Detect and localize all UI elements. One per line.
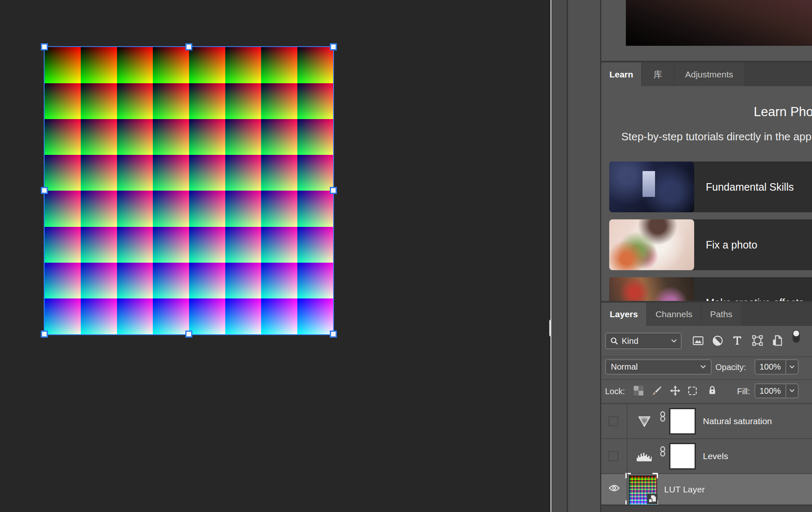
layers-panel-footer xyxy=(601,505,812,512)
adjustment-layer-filter-icon[interactable] xyxy=(712,335,723,346)
kind-dropdown-value: Kind xyxy=(622,336,638,346)
eye-column-divider xyxy=(627,404,628,505)
tutorial-card-clip-region: Make creative effects xyxy=(601,277,812,301)
shape-layer-filter-icon[interactable] xyxy=(752,335,763,346)
panel-preview-image xyxy=(626,0,812,46)
search-icon xyxy=(610,337,618,345)
blend-mode-dropdown[interactable]: Normal xyxy=(605,359,712,375)
chevron-down-icon xyxy=(700,365,706,369)
tutorial-card-title: Fix a photo xyxy=(706,219,757,270)
fill-dropdown-chevron[interactable] xyxy=(785,384,798,398)
tab-libraries[interactable]: 库 xyxy=(642,62,674,86)
thumbnail-bracket xyxy=(653,473,658,478)
panel-dock-gutter-2 xyxy=(568,0,600,512)
tutorial-card-image xyxy=(609,277,694,301)
tab-layers[interactable]: Layers xyxy=(601,303,646,326)
fill-field[interactable]: 100% xyxy=(755,383,799,398)
tab-channels[interactable]: Channels xyxy=(647,303,701,326)
panel-dock-gutter xyxy=(551,0,567,512)
type-layer-filter-icon[interactable] xyxy=(732,335,743,346)
layer-name: Natural saturation xyxy=(703,416,772,426)
fill-label: Fill: xyxy=(737,387,750,396)
transform-selection-border xyxy=(44,46,334,335)
fill-value: 100% xyxy=(760,386,781,396)
lock-position-icon[interactable] xyxy=(670,385,681,396)
transform-handle-middle-left[interactable] xyxy=(41,187,48,194)
tab-learn[interactable]: Learn xyxy=(601,62,641,86)
learn-panel-tabbar: Learn 库 Adjustments xyxy=(601,62,812,86)
visibility-checkbox-empty[interactable] xyxy=(608,416,618,426)
opacity-value: 100% xyxy=(760,362,781,372)
toolbar-separator xyxy=(601,356,812,357)
opacity-label: Opacity: xyxy=(715,363,746,372)
document-canvas[interactable] xyxy=(0,0,550,512)
mask-link-icon[interactable] xyxy=(659,446,666,457)
lock-transparency-icon[interactable] xyxy=(634,386,643,395)
thumbnail-bracket xyxy=(625,473,631,478)
layer-row-natural-saturation[interactable]: Natural saturation xyxy=(601,404,812,438)
tab-adjustments[interactable]: Adjustments xyxy=(675,62,744,86)
tutorial-card-image xyxy=(609,219,694,270)
tutorial-card-fix-a-photo[interactable]: Fix a photo xyxy=(609,219,812,270)
chevron-down-icon xyxy=(671,339,677,343)
panel-column: Learn 库 Adjustments Learn Photoshop Step… xyxy=(601,0,812,512)
layer-row-lut-layer[interactable]: LUT Layer xyxy=(601,474,812,505)
layer-name: LUT Layer xyxy=(664,485,705,495)
lock-label: Lock: xyxy=(605,387,625,396)
smart-object-filter-icon[interactable] xyxy=(772,335,783,346)
learn-panel: Learn Photoshop Step-by-step tutorials d… xyxy=(601,86,812,301)
mask-link-icon[interactable] xyxy=(659,411,666,422)
vibrance-adjustment-icon[interactable] xyxy=(638,415,651,427)
lock-paint-icon[interactable] xyxy=(651,385,663,396)
toolbar-separator xyxy=(601,379,812,380)
blend-mode-value: Normal xyxy=(611,362,638,372)
transform-handle-middle-right[interactable] xyxy=(330,187,337,194)
tab-paths[interactable]: Paths xyxy=(702,303,741,326)
layer-filter-kind-dropdown[interactable]: Kind xyxy=(605,333,682,349)
learn-heading: Learn Photoshop xyxy=(754,104,812,119)
lock-all-icon[interactable] xyxy=(708,385,717,395)
learn-subheading: Step-by-step tutorials directly in the a… xyxy=(621,130,812,143)
visibility-eye-icon[interactable] xyxy=(608,484,620,492)
lock-artboard-icon[interactable] xyxy=(687,386,697,396)
layers-panel: Kind Normal Op xyxy=(601,326,812,512)
opacity-field[interactable]: 100% xyxy=(755,359,799,375)
opacity-dropdown-chevron[interactable] xyxy=(785,360,798,374)
visibility-checkbox-empty[interactable] xyxy=(608,451,618,461)
transform-handle-bottom-center[interactable] xyxy=(185,331,192,338)
layer-mask-thumbnail[interactable] xyxy=(669,408,696,435)
layer-mask-thumbnail[interactable] xyxy=(669,443,696,470)
layer-row-levels[interactable]: Levels xyxy=(601,439,812,473)
transform-handle-top-right[interactable] xyxy=(330,43,337,50)
transform-handle-top-left[interactable] xyxy=(41,43,48,50)
layer-name: Levels xyxy=(703,451,728,461)
tutorial-card-title: Fundamental Skills xyxy=(706,162,794,212)
transform-handle-bottom-left[interactable] xyxy=(41,331,48,338)
tutorial-card-image xyxy=(609,162,694,212)
pixel-layer-filter-icon[interactable] xyxy=(692,335,704,346)
transform-handle-top-center[interactable] xyxy=(185,43,192,50)
tutorial-card-make-creative-effects[interactable]: Make creative effects xyxy=(609,277,812,301)
smart-object-badge-icon xyxy=(647,494,658,504)
tutorial-card-title: Make creative effects xyxy=(706,277,804,301)
layers-panel-tabbar: Layers Channels Paths xyxy=(601,303,812,326)
filter-toggle[interactable] xyxy=(792,329,800,343)
levels-adjustment-icon[interactable] xyxy=(636,452,652,462)
tutorial-card-fundamental-skills[interactable]: Fundamental Skills xyxy=(609,162,812,212)
transform-handle-bottom-right[interactable] xyxy=(330,331,337,338)
